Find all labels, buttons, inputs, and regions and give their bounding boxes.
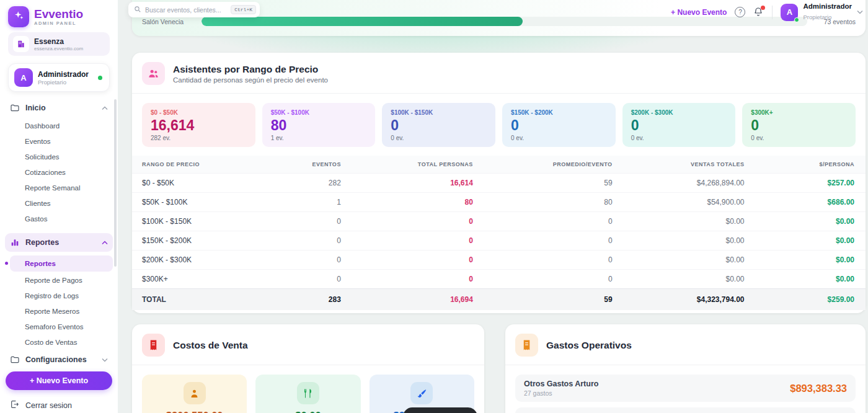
people-icon [142,62,165,85]
active-bullet-dot [5,262,8,265]
costo-card-meseros: $306,550.00 Meseros [142,375,247,413]
stat-value: 0 [631,117,727,133]
main-content: Ctrl+K + Nuevo Evento ? A Administrador … [118,0,868,413]
cell-promedio: 0 [484,212,624,231]
building-icon [13,36,29,52]
gastos-title: Gastos Operativos [546,340,632,351]
search-input[interactable] [145,6,227,14]
user-role: Propietario [803,14,831,20]
stat-range: $200K - $300K [631,109,727,116]
topbar: Ctrl+K + Nuevo Evento ? A Administrador … [118,0,868,20]
divider [132,365,484,365]
org-domain: essenza.evventio.com [34,46,83,51]
cell-personas: 16,614 [352,174,484,193]
sidebar-item-registro-de-logs[interactable]: Registro de Logs [0,288,118,304]
list-item[interactable]: Otros Gastos Arturo 27 gastos $893,383.3… [515,375,856,402]
cell-eventos: 0 [286,270,352,289]
user-name: Administrador [38,70,89,79]
price-range-cards: $0 - $50K 16,614 282 ev. $50K - $100K 80… [142,103,856,147]
search-box[interactable]: Ctrl+K [128,2,260,17]
cell-por-persona: $0.00 [756,270,866,289]
tooltip-overlay [403,407,477,413]
cell-eventos: 0 [286,231,352,251]
table-row: $0 - $50K 282 16,614 59 $4,268,894.00 $2… [132,174,866,193]
online-status-dot [794,17,799,22]
user-menu[interactable]: A Administrador Propietario [781,2,863,22]
sidebar-nav: Inicio Dashboard Eventos Solicitudes Cot… [0,100,118,368]
help-icon[interactable]: ? [735,7,745,17]
costo-amount: $0.00 [262,410,354,413]
sidebar-section-inicio[interactable]: Inicio [5,100,113,116]
sidebar-item-reportes[interactable]: Reportes [10,255,113,272]
cell-eventos: 282 [286,174,352,193]
divider [505,365,866,365]
cell-promedio: 0 [484,251,624,270]
divider [132,93,866,94]
sidebar-item-gastos[interactable]: Gastos [0,211,118,227]
sidebar-item-semaforo-eventos[interactable]: Semaforo Eventos [0,319,118,335]
sidebar-item-eventos[interactable]: Eventos [0,134,118,149]
table-row: $50K - $100K 1 80 80 $54,900.00 $686.00 [132,193,866,212]
sidebar-section-reportes[interactable]: Reportes [5,233,113,252]
stat-card-100k-150k: $100K - $150K 0 0 ev. [382,103,495,147]
org-card[interactable]: Essenza essenza.evventio.com [8,32,110,56]
new-event-button[interactable]: + Nuevo Evento [6,371,112,390]
cell-promedio: 59 [484,174,624,193]
gastos-list: Otros Gastos Arturo 27 gastos $893,383.3… [515,375,856,413]
sidebar-item-solicitudes[interactable]: Solicitudes [0,149,118,165]
brand: Evventio ADMIN PANEL [8,6,110,27]
sidebar-item-reporte-meseros[interactable]: Reporte Meseros [0,304,118,319]
sidebar-scrollbar[interactable] [114,99,117,267]
cell-range: $100K - $150K [132,212,286,231]
col-header-personas: TOTAL PERSONAS [352,156,484,174]
sidebar-user-card[interactable]: A Administrador Propietario [8,63,110,92]
new-event-link[interactable]: + Nuevo Evento [671,8,727,17]
cell-por-persona: $686.00 [756,193,866,212]
gasto-name: Otros Gastos Arturo [524,380,598,388]
sidebar-item-reporte-semanal[interactable]: Reporte Semanal [0,180,118,196]
cell-promedio: 0 [484,270,624,289]
cell-por-persona: $0.00 [756,231,866,251]
gasto-meta: 27 gastos [524,389,598,397]
asistentes-title: Asistentes por Rango de Precio [173,64,328,75]
stat-range: $50K - $100K [271,109,367,116]
sidebar-section-configuraciones[interactable]: Configuraciones [5,352,113,368]
chevron-down-icon [102,358,108,362]
sidebar-item-dashboard[interactable]: Dashboard [0,118,118,134]
table-row: $100K - $150K 0 0 0 $0.00 $0.00 [132,212,866,231]
table-row: $200K - $300K 0 0 0 $0.00 $0.00 [132,251,866,270]
section-label-reportes: Reportes [25,238,96,247]
stat-value: 0 [751,117,847,133]
sidebar-item-label: Reportes [25,260,56,267]
sidebar-item-cotizaciones[interactable]: Cotizaciones [0,165,118,180]
cell-ventas: $54,900.00 [624,193,756,212]
asistentes-card: Asistentes por Rango de Precio Cantidad … [132,53,866,313]
user-role: Propietario [38,79,89,86]
list-item[interactable]: Renta Locales $535,167.36 [515,407,856,413]
cell-ventas: $0.00 [624,270,756,289]
cell-ventas: $4,268,894.00 [624,174,756,193]
stat-card-200k-300k: $200K - $300K 0 0 ev. [622,103,736,147]
sidebar-item-costo-de-ventas[interactable]: Costo de Ventas [0,335,118,350]
search-shortcut-badge: Ctrl+K [231,5,256,14]
folder-icon [10,355,20,365]
stat-range: $100K - $150K [391,109,487,116]
sidebar-item-clientes[interactable]: Clientes [0,196,118,211]
stat-value: 80 [271,117,367,133]
cell-promedio: 59 [484,289,624,311]
stat-events: 0 ev. [391,135,487,141]
price-range-table: RANGO DE PRECIO EVENTOS TOTAL PERSONAS P… [132,156,866,310]
org-name: Essenza [34,37,83,46]
bell-icon[interactable] [753,7,764,18]
cell-eventos: 0 [286,212,352,231]
table-header-row: RANGO DE PRECIO EVENTOS TOTAL PERSONAS P… [132,156,866,174]
stat-range: $150K - $200K [511,109,607,116]
cell-por-persona: $0.00 [756,212,866,231]
col-header-por-persona: $/PERSONA [756,156,866,174]
costo-amount: $306,550.00 [148,410,241,413]
cell-range: $50K - $100K [132,193,286,212]
logout-button[interactable]: Cerrar sesion [5,397,113,413]
sidebar-item-reporte-de-pagos[interactable]: Reporte de Pagos [0,273,118,288]
table-row: $300K+ 0 0 0 $0.00 $0.00 [132,270,866,289]
table-total-row: TOTAL 283 16,694 59 $4,323,794.00 $259.0… [132,289,866,311]
